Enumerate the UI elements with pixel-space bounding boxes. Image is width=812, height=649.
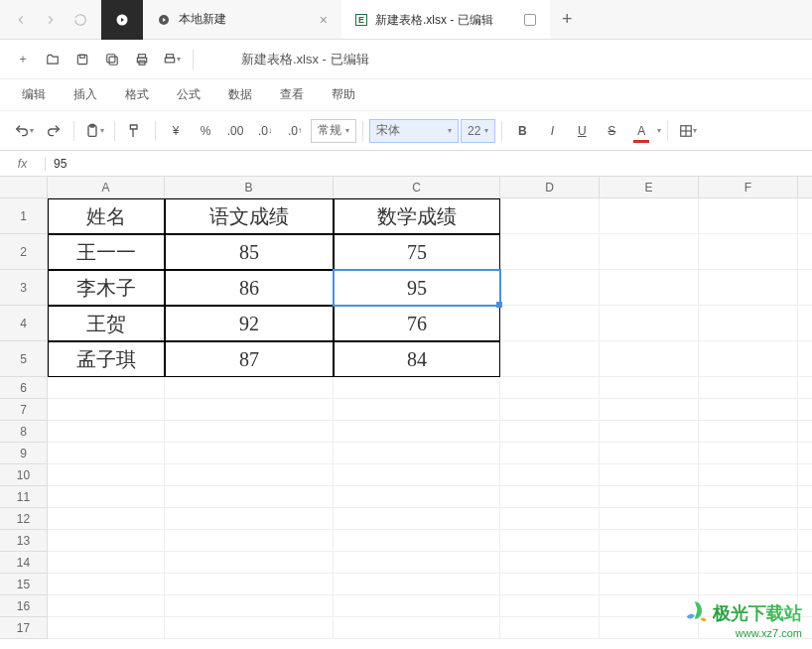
print-button[interactable] bbox=[129, 47, 155, 72]
cell-C16[interactable] bbox=[334, 595, 500, 617]
cell-D4[interactable] bbox=[500, 306, 600, 341]
row-head-15[interactable]: 15 bbox=[0, 574, 48, 595]
tab-spreadsheet[interactable]: E 新建表格.xlsx - 已编辑 bbox=[341, 0, 550, 39]
cell-F7[interactable] bbox=[699, 399, 798, 421]
cell-A2[interactable]: 王一一 bbox=[48, 234, 165, 270]
cell-C4[interactable]: 76 bbox=[334, 306, 500, 341]
cell-C9[interactable] bbox=[334, 443, 500, 464]
cell-F10[interactable] bbox=[699, 464, 798, 486]
row-head-1[interactable]: 1 bbox=[0, 198, 48, 234]
cell-E15[interactable] bbox=[600, 574, 699, 595]
cell-E9[interactable] bbox=[600, 443, 699, 464]
formula-input[interactable]: 95 bbox=[46, 157, 812, 171]
cell-C13[interactable] bbox=[334, 530, 500, 552]
col-head-blank[interactable] bbox=[798, 177, 812, 198]
cell-B8[interactable] bbox=[165, 421, 334, 443]
cell-F4[interactable] bbox=[699, 306, 798, 341]
row-head-9[interactable]: 9 bbox=[0, 443, 48, 464]
cell-G11[interactable] bbox=[798, 486, 812, 508]
cell-F8[interactable] bbox=[699, 421, 798, 443]
cell-C2[interactable]: 75 bbox=[334, 234, 500, 270]
cell-C7[interactable] bbox=[334, 399, 500, 421]
select-all-corner[interactable] bbox=[0, 177, 48, 198]
col-head-C[interactable]: C bbox=[334, 177, 500, 198]
cell-F3[interactable] bbox=[699, 270, 798, 306]
print-preview-button[interactable]: ▾ bbox=[159, 47, 185, 72]
cell-B12[interactable] bbox=[165, 508, 334, 530]
menu-view[interactable]: 查看 bbox=[268, 82, 316, 107]
cell-E2[interactable] bbox=[600, 234, 699, 270]
menu-edit[interactable]: 编辑 bbox=[10, 82, 58, 107]
redo-button[interactable] bbox=[40, 117, 68, 145]
cell-G12[interactable] bbox=[798, 508, 812, 530]
close-icon[interactable]: × bbox=[320, 12, 328, 28]
col-head-B[interactable]: B bbox=[165, 177, 334, 198]
col-head-D[interactable]: D bbox=[500, 177, 600, 198]
cell-G9[interactable] bbox=[798, 443, 812, 464]
cell-B10[interactable] bbox=[165, 464, 334, 486]
cell-G3[interactable] bbox=[798, 270, 812, 306]
cell-G1[interactable] bbox=[798, 198, 812, 234]
menu-help[interactable]: 帮助 bbox=[320, 82, 367, 107]
cell-D15[interactable] bbox=[500, 574, 600, 595]
cell-C1[interactable]: 数学成绩 bbox=[334, 198, 500, 234]
cell-A5[interactable]: 孟子琪 bbox=[48, 341, 165, 377]
cell-A12[interactable] bbox=[48, 508, 165, 530]
font-size-select[interactable]: 22▾ bbox=[461, 119, 495, 143]
cell-B7[interactable] bbox=[165, 399, 334, 421]
cell-G7[interactable] bbox=[798, 399, 812, 421]
cell-E13[interactable] bbox=[600, 530, 699, 552]
col-head-F[interactable]: F bbox=[699, 177, 798, 198]
bold-button[interactable]: B bbox=[508, 117, 536, 145]
cell-E10[interactable] bbox=[600, 464, 699, 486]
cell-A1[interactable]: 姓名 bbox=[48, 198, 165, 234]
row-head-16[interactable]: 16 bbox=[0, 595, 48, 617]
refresh-button[interactable] bbox=[69, 9, 91, 31]
row-head-14[interactable]: 14 bbox=[0, 552, 48, 574]
cell-A9[interactable] bbox=[48, 443, 165, 464]
cell-G17[interactable] bbox=[798, 617, 812, 639]
format-painter-button[interactable] bbox=[121, 117, 149, 145]
cell-F9[interactable] bbox=[699, 443, 798, 464]
cell-G14[interactable] bbox=[798, 552, 812, 574]
cell-F17[interactable] bbox=[699, 617, 798, 639]
italic-button[interactable]: I bbox=[538, 117, 566, 145]
cell-B4[interactable]: 92 bbox=[165, 306, 334, 341]
borders-button[interactable]: ▾ bbox=[674, 117, 702, 145]
menu-data[interactable]: 数据 bbox=[216, 82, 264, 107]
decimal-decrease-button[interactable]: .0↓ bbox=[251, 117, 279, 145]
cell-D12[interactable] bbox=[500, 508, 600, 530]
cell-E11[interactable] bbox=[600, 486, 699, 508]
cell-E6[interactable] bbox=[600, 377, 699, 399]
cell-F1[interactable] bbox=[699, 198, 798, 234]
cell-A8[interactable] bbox=[48, 421, 165, 443]
cell-F13[interactable] bbox=[699, 530, 798, 552]
cell-C12[interactable] bbox=[334, 508, 500, 530]
cell-E5[interactable] bbox=[600, 341, 699, 377]
cell-D16[interactable] bbox=[500, 595, 600, 617]
tab-local[interactable]: 本地新建 × bbox=[143, 0, 341, 40]
cell-C8[interactable] bbox=[334, 421, 500, 443]
row-head-5[interactable]: 5 bbox=[0, 341, 48, 377]
menu-formula[interactable]: 公式 bbox=[165, 82, 212, 107]
row-head-3[interactable]: 3 bbox=[0, 270, 48, 306]
cell-E1[interactable] bbox=[600, 198, 699, 234]
cell-B3[interactable]: 86 bbox=[165, 270, 334, 306]
cell-A13[interactable] bbox=[48, 530, 165, 552]
row-head-12[interactable]: 12 bbox=[0, 508, 48, 530]
cell-A14[interactable] bbox=[48, 552, 165, 574]
cell-D8[interactable] bbox=[500, 421, 600, 443]
cell-C3[interactable]: 95 bbox=[334, 270, 500, 306]
col-head-E[interactable]: E bbox=[600, 177, 699, 198]
number-format-select[interactable]: 常规▾ bbox=[311, 119, 356, 143]
saveas-button[interactable] bbox=[99, 47, 125, 72]
cell-E16[interactable] bbox=[600, 595, 699, 617]
cell-E4[interactable] bbox=[600, 306, 699, 341]
cell-F6[interactable] bbox=[699, 377, 798, 399]
cell-C15[interactable] bbox=[334, 574, 500, 595]
cell-G4[interactable] bbox=[798, 306, 812, 341]
new-tab-button[interactable]: + bbox=[550, 9, 585, 30]
cell-B9[interactable] bbox=[165, 443, 334, 464]
cell-G13[interactable] bbox=[798, 530, 812, 552]
cell-D9[interactable] bbox=[500, 443, 600, 464]
